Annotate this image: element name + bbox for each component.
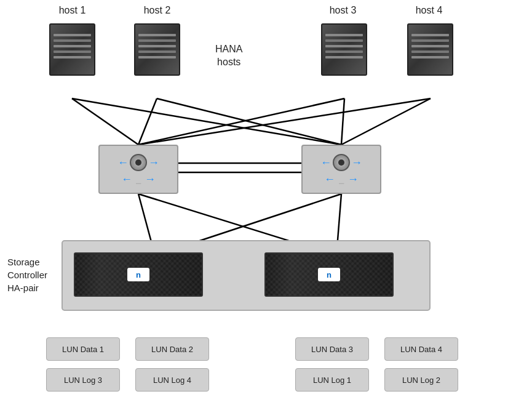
host4-label: host 4 — [406, 5, 452, 16]
diagram-container: host 1 host 2 host 3 host 4 — [0, 0, 532, 402]
arrow-left-2: ← — [121, 174, 132, 185]
lun-data-1: LUN Data 1 — [46, 337, 120, 361]
svg-line-1 — [72, 98, 341, 145]
hub-1 — [130, 154, 147, 171]
host3-server — [321, 23, 367, 76]
host2-server — [134, 23, 180, 76]
hub-2 — [333, 154, 350, 171]
arrow-left-3: ← — [320, 157, 332, 168]
arrow-right-3: → — [351, 157, 362, 168]
netapp-logo-2: n — [318, 268, 340, 281]
svg-line-3 — [157, 98, 341, 145]
arrow-left-4: ← — [324, 174, 335, 185]
lun-data-2: LUN Data 2 — [135, 337, 209, 361]
lun-data-4: LUN Data 4 — [384, 337, 458, 361]
svg-line-0 — [72, 98, 138, 145]
lun-log-3: LUN Log 3 — [46, 368, 120, 392]
host1-label: host 1 — [49, 5, 95, 16]
svg-line-5 — [341, 98, 344, 145]
svg-line-6 — [138, 98, 431, 145]
arrow-right-1: → — [148, 157, 159, 168]
arrow-left-1: ← — [117, 157, 129, 168]
host2-label: host 2 — [134, 5, 180, 16]
lun-log-2: LUN Log 2 — [384, 368, 458, 392]
svg-line-4 — [138, 98, 344, 145]
svg-line-7 — [341, 98, 431, 145]
lun-log-1: LUN Log 1 — [295, 368, 369, 392]
host3-label: host 3 — [320, 5, 366, 16]
netapp-unit-2: n — [264, 252, 394, 297]
svg-line-2 — [138, 98, 157, 145]
host1-server — [49, 23, 95, 76]
host4-server — [407, 23, 453, 76]
lun-data-3: LUN Data 3 — [295, 337, 369, 361]
storage-controller-label: Storage Controller HA-pair — [7, 255, 47, 294]
lun-log-4: LUN Log 4 — [135, 368, 209, 392]
netapp-logo-1: n — [127, 268, 149, 281]
hana-hosts-label: HANA hosts — [215, 43, 242, 69]
arrow-right-2: → — [145, 174, 156, 185]
fc-switch-1: ← → ← ⎯ → — [98, 145, 178, 194]
netapp-unit-1: n — [74, 252, 203, 297]
arrow-right-4: → — [347, 174, 359, 185]
fc-switch-2: ← → ← ⎯ → — [301, 145, 381, 194]
